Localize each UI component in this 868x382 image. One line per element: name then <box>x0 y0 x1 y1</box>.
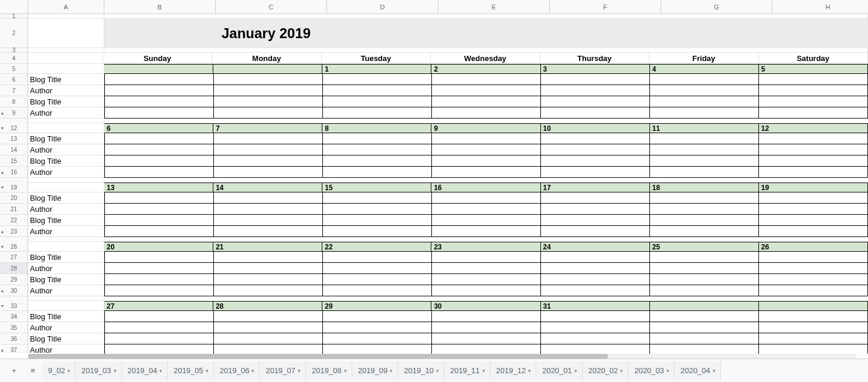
calendar-cell[interactable] <box>104 167 214 178</box>
calendar-cell[interactable] <box>104 204 214 215</box>
calendar-cell[interactable] <box>214 285 323 296</box>
date-cell[interactable]: 3 <box>541 64 650 74</box>
calendar-cell[interactable] <box>214 85 323 96</box>
calendar-cell[interactable] <box>214 144 323 155</box>
row-label[interactable]: Blog Title <box>28 74 104 85</box>
row-header-14[interactable]: 14 <box>0 144 28 155</box>
calendar-cell[interactable] <box>214 226 323 237</box>
date-cell[interactable]: 4 <box>650 64 759 74</box>
col-header-F[interactable]: F <box>550 0 661 14</box>
calendar-cell[interactable] <box>650 252 759 263</box>
calendar-cell[interactable] <box>541 215 650 226</box>
calendar-cell[interactable] <box>104 155 214 167</box>
date-cell[interactable] <box>104 64 213 74</box>
expand-down-icon[interactable]: ▾ <box>1 242 4 252</box>
row-label[interactable]: Author <box>28 285 104 296</box>
calendar-cell[interactable] <box>323 263 432 274</box>
weekday-header[interactable]: Friday <box>649 53 758 64</box>
date-cell[interactable]: 2 <box>431 64 540 74</box>
calendar-cell[interactable] <box>104 107 214 119</box>
row-header-26[interactable]: ▾26 <box>0 242 28 252</box>
calendar-cell[interactable] <box>432 85 541 96</box>
calendar-cell[interactable] <box>214 74 323 85</box>
date-cell[interactable]: 19 <box>759 182 868 192</box>
calendar-cell[interactable] <box>759 204 868 215</box>
calendar-cell[interactable] <box>541 192 650 204</box>
calendar-cell[interactable] <box>432 263 541 274</box>
calendar-cell[interactable] <box>104 133 214 144</box>
calendar-cell[interactable] <box>541 144 650 155</box>
calendar-cell[interactable] <box>432 333 541 344</box>
calendar-cell[interactable] <box>759 226 868 237</box>
calendar-cell[interactable] <box>432 322 541 333</box>
row-label[interactable]: Author <box>28 107 104 119</box>
sheet-tab[interactable]: 2020_01▾ <box>536 361 583 380</box>
expand-down-icon[interactable]: ▾ <box>1 301 4 311</box>
date-cell[interactable]: 25 <box>650 242 759 252</box>
calendar-cell[interactable] <box>650 344 759 354</box>
row-label[interactable]: Author <box>28 144 104 155</box>
calendar-cell[interactable] <box>432 144 541 155</box>
row-label[interactable]: Blog Title <box>28 215 104 226</box>
calendar-cell[interactable] <box>104 74 214 85</box>
row-header-7[interactable]: 7 <box>0 85 28 96</box>
calendar-cell[interactable] <box>214 263 323 274</box>
calendar-cell[interactable] <box>650 263 759 274</box>
calendar-cell[interactable] <box>104 215 214 226</box>
tab-dropdown-icon[interactable]: ▾ <box>482 368 485 374</box>
row-header-3[interactable]: 3 <box>0 48 28 53</box>
calendar-cell[interactable] <box>104 192 214 204</box>
date-cell[interactable]: 30 <box>431 301 540 311</box>
calendar-cell[interactable] <box>432 204 541 215</box>
calendar-cell[interactable] <box>323 311 432 322</box>
row-label[interactable]: Blog Title <box>28 311 104 322</box>
row-header-19[interactable]: ▾19 <box>0 182 28 192</box>
calendar-cell[interactable] <box>323 144 432 155</box>
calendar-cell[interactable] <box>323 344 432 354</box>
select-all-corner[interactable] <box>0 0 28 14</box>
date-cell[interactable]: 14 <box>213 182 322 192</box>
row-header-30[interactable]: ▴30 <box>0 285 28 296</box>
date-cell[interactable]: 10 <box>541 123 650 133</box>
calendar-cell[interactable] <box>759 252 868 263</box>
collapse-up-icon[interactable]: ▴ <box>1 344 4 354</box>
calendar-cell[interactable] <box>432 155 541 167</box>
calendar-cell[interactable] <box>214 107 323 119</box>
calendar-cell[interactable] <box>214 96 323 107</box>
sheet-tab[interactable]: 2019_08▾ <box>306 361 352 380</box>
row-header-33[interactable]: ▾33 <box>0 301 28 311</box>
date-cell[interactable]: 17 <box>541 182 650 192</box>
sheet-tab[interactable]: 2020_04▾ <box>675 361 721 380</box>
sheet-tab[interactable]: 2020_03▾ <box>628 361 675 380</box>
calendar-cell[interactable] <box>541 167 650 178</box>
calendar-cell[interactable] <box>104 344 214 354</box>
row-label[interactable]: Author <box>28 204 104 215</box>
row-header-15[interactable]: 15 <box>0 155 28 167</box>
calendar-cell[interactable] <box>323 215 432 226</box>
row-header-22[interactable]: 22 <box>0 215 28 226</box>
calendar-cell[interactable] <box>650 311 759 322</box>
calendar-cell[interactable] <box>650 333 759 344</box>
calendar-cell[interactable] <box>214 192 323 204</box>
calendar-cell[interactable] <box>541 133 650 144</box>
date-cell[interactable]: 6 <box>104 123 213 133</box>
row-header-27[interactable]: 27 <box>0 252 28 263</box>
calendar-cell[interactable] <box>759 107 868 119</box>
calendar-cell[interactable] <box>104 274 214 285</box>
row-header-35[interactable]: 35 <box>0 322 28 333</box>
row-header-4[interactable]: 4 <box>0 53 28 64</box>
calendar-cell[interactable] <box>214 252 323 263</box>
calendar-cell[interactable] <box>104 226 214 237</box>
tab-dropdown-icon[interactable]: ▾ <box>713 368 716 374</box>
calendar-cell[interactable] <box>541 333 650 344</box>
col-header-G[interactable]: G <box>661 0 772 14</box>
tab-dropdown-icon[interactable]: ▾ <box>436 368 439 374</box>
sheet-tab[interactable]: 2019_05▾ <box>168 361 214 380</box>
calendar-cell[interactable] <box>759 144 868 155</box>
calendar-cell[interactable] <box>104 96 214 107</box>
date-cell[interactable] <box>213 64 322 74</box>
date-cell[interactable]: 8 <box>322 123 431 133</box>
row-header-29[interactable]: 29 <box>0 274 28 285</box>
collapse-up-icon[interactable]: ▴ <box>1 167 4 178</box>
calendar-cell[interactable] <box>541 252 650 263</box>
